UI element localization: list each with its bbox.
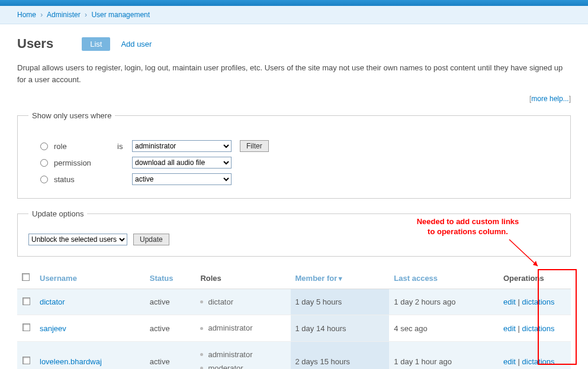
filter-label-permission: permission (54, 158, 91, 167)
row-checkbox[interactable] (23, 297, 30, 305)
filter-radio-role[interactable] (40, 143, 48, 150)
lastaccess-cell: 1 day 1 hour ago (389, 341, 499, 369)
filter-radio-status[interactable] (40, 176, 48, 183)
breadcrumb-usermgmt[interactable]: User management (91, 11, 150, 19)
col-lastaccess[interactable]: Last access (389, 267, 499, 289)
col-status[interactable]: Status (145, 267, 196, 289)
status-cell: active (145, 289, 196, 315)
filter-fieldset: Show only users where role is administra… (17, 111, 571, 199)
edit-link[interactable]: edit (503, 297, 516, 306)
filter-select-permission[interactable]: download all audio file (132, 157, 232, 169)
username-link[interactable]: sanjeev (40, 324, 66, 333)
update-legend: Update options (28, 209, 87, 218)
role-item: dictator (200, 295, 285, 309)
bullet-icon (200, 300, 203, 303)
member-cell: 2 days 15 hours (291, 341, 390, 369)
filter-label-role: role (54, 142, 67, 151)
table-row: sanjeevactiveadministrator1 day 14 hours… (17, 315, 571, 341)
status-cell: active (145, 341, 196, 369)
filter-legend: Show only users where (28, 111, 115, 120)
row-checkbox[interactable] (23, 323, 30, 331)
roles-cell: administrator (195, 315, 290, 341)
operations-cell: edit | dictations (499, 315, 571, 341)
update-fieldset: Update options Unblock the selected user… (17, 209, 571, 257)
breadcrumb-administer[interactable]: Administer (47, 11, 81, 19)
custom-link[interactable]: dictations (522, 324, 555, 333)
table-row: loveleen.bhardwajactiveadministratormode… (17, 341, 571, 369)
page-description: Drupal allows users to register, login, … (17, 62, 571, 85)
role-item: administrator (200, 348, 285, 361)
lastaccess-cell: 1 day 2 hours ago (389, 289, 499, 315)
roles-cell: dictator (195, 289, 290, 315)
breadcrumb-sep: › (85, 11, 87, 19)
roles-cell: administratormoderator (195, 341, 290, 369)
filter-label-status: status (54, 175, 75, 184)
col-username[interactable]: Username (35, 267, 145, 289)
filter-radio-permission[interactable] (40, 159, 48, 167)
col-member[interactable]: Member for▼ (291, 267, 390, 289)
username-link[interactable]: loveleen.bhardwaj (40, 357, 102, 366)
bullet-icon (200, 327, 203, 330)
users-table: Username Status Roles Member for▼ Last a… (17, 267, 571, 369)
breadcrumb: Home › Administer › User management (0, 6, 588, 24)
member-cell: 1 day 5 hours (291, 289, 390, 315)
tab-add-user[interactable]: Add user (121, 40, 152, 48)
operations-cell: edit | dictations (499, 341, 571, 369)
custom-link[interactable]: dictations (522, 357, 555, 366)
tab-list[interactable]: List (82, 37, 110, 51)
breadcrumb-home[interactable]: Home (17, 11, 36, 19)
col-operations: Operations (499, 267, 571, 289)
breadcrumb-sep: › (40, 11, 43, 19)
role-item: moderator (200, 361, 285, 369)
bullet-icon (200, 353, 203, 356)
username-link[interactable]: dictator (40, 297, 65, 306)
update-select[interactable]: Unblock the selected users (28, 234, 127, 245)
operations-cell: edit | dictations (499, 289, 571, 315)
row-checkbox[interactable] (23, 357, 30, 364)
edit-link[interactable]: edit (503, 357, 516, 366)
col-roles: Roles (195, 267, 290, 289)
page-title: Users (17, 36, 53, 51)
bullet-icon (200, 367, 203, 369)
lastaccess-cell: 4 sec ago (389, 315, 499, 341)
table-row: dictatoractivedictator1 day 5 hours1 day… (17, 289, 571, 315)
more-help-wrap: [more help...] (17, 95, 571, 103)
filter-button[interactable]: Filter (240, 140, 269, 152)
filter-is: is (117, 142, 132, 151)
filter-select-status[interactable]: active (132, 173, 232, 185)
member-cell: 1 day 14 hours (291, 315, 390, 341)
filter-select-role[interactable]: administrator (132, 140, 232, 152)
custom-link[interactable]: dictations (522, 297, 555, 306)
status-cell: active (145, 315, 196, 341)
role-item: administrator (200, 321, 285, 335)
select-all-checkbox[interactable] (22, 273, 30, 281)
update-button[interactable]: Update (133, 234, 169, 245)
edit-link[interactable]: edit (503, 324, 516, 333)
sort-desc-icon: ▼ (337, 275, 343, 282)
more-help-link[interactable]: more help... (531, 95, 568, 103)
top-bar (0, 0, 588, 6)
